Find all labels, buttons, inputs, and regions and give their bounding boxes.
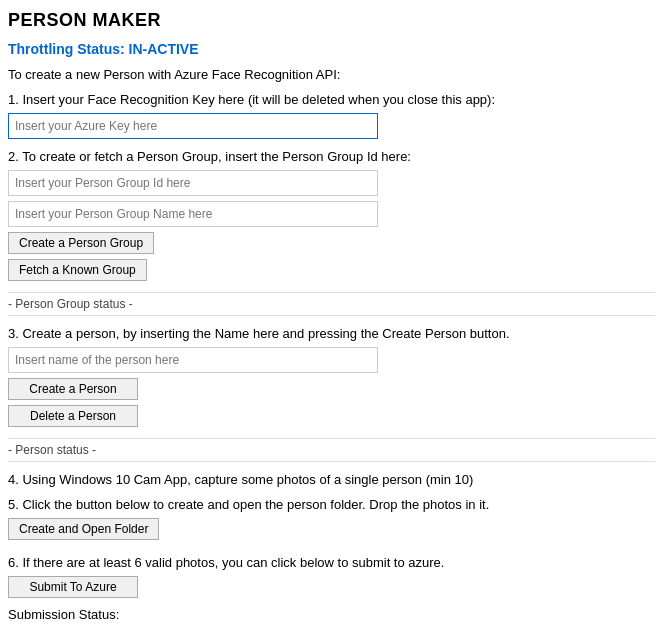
person-group-name-input[interactable] — [8, 201, 378, 227]
intro-text: To create a new Person with Azure Face R… — [8, 67, 655, 82]
create-person-group-button[interactable]: Create a Person Group — [8, 232, 154, 254]
step3-label: 3. Create a person, by inserting the Nam… — [8, 326, 655, 341]
person-name-input[interactable] — [8, 347, 378, 373]
step4-label: 4. Using Windows 10 Cam App, capture som… — [8, 472, 655, 487]
submit-to-azure-button[interactable]: Submit To Azure — [8, 576, 138, 598]
step6-submission-status-label: Submission Status: — [8, 607, 655, 622]
throttling-status: Throttling Status: IN-ACTIVE — [8, 41, 655, 57]
app-title: PERSON MAKER — [8, 10, 655, 31]
person-status: - Person status - — [8, 438, 655, 462]
delete-person-button[interactable]: Delete a Person — [8, 405, 138, 427]
person-group-id-input[interactable] — [8, 170, 378, 196]
step5-label: 5. Click the button below to create and … — [8, 497, 655, 512]
step1-label: 1. Insert your Face Recognition Key here… — [8, 92, 655, 107]
create-person-button[interactable]: Create a Person — [8, 378, 138, 400]
step6-label: 6. If there are at least 6 valid photos,… — [8, 555, 655, 570]
step2-label: 2. To create or fetch a Person Group, in… — [8, 149, 655, 164]
create-open-folder-button[interactable]: Create and Open Folder — [8, 518, 159, 540]
fetch-known-group-button[interactable]: Fetch a Known Group — [8, 259, 147, 281]
azure-key-input[interactable] — [8, 113, 378, 139]
person-group-status: - Person Group status - — [8, 292, 655, 316]
